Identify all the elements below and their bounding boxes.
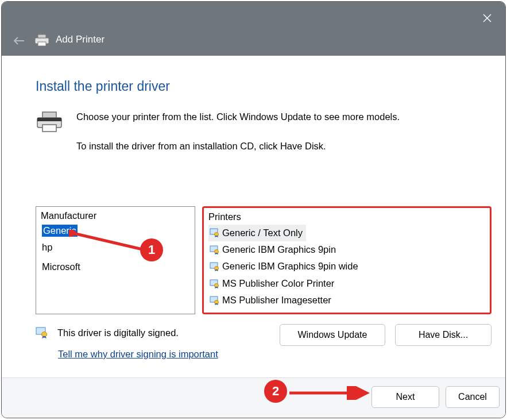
content-area: Install the printer driver Choose your p… xyxy=(2,56,505,377)
printer-item-2[interactable]: Generic IBM Graphics 9pin wide xyxy=(208,258,485,275)
certificate-icon xyxy=(210,262,220,271)
printer-icon xyxy=(34,34,50,47)
svg-rect-7 xyxy=(42,112,56,118)
window-title: Add Printer xyxy=(56,34,105,45)
close-icon xyxy=(483,14,491,22)
certificate-icon xyxy=(210,296,220,305)
printer-item-1[interactable]: Generic IBM Graphics 9pin xyxy=(208,241,485,259)
instruction-line-2: To install the driver from an installati… xyxy=(76,141,326,152)
manufacturer-header: Manufacturer xyxy=(41,209,190,224)
driver-signed-text: This driver is digitally signed. xyxy=(57,327,179,338)
title-bar: Add Printer xyxy=(2,2,505,56)
back-button[interactable] xyxy=(12,34,26,48)
driver-signed-row: This driver is digitally signed. xyxy=(36,327,179,338)
annotation-badge-1: 1 xyxy=(140,238,163,261)
certificate-icon xyxy=(210,228,220,237)
driver-signing-link[interactable]: Tell me why driver signing is important xyxy=(58,349,218,360)
certificate-icon xyxy=(210,245,220,255)
windows-update-button[interactable]: Windows Update xyxy=(280,324,385,346)
close-button[interactable] xyxy=(477,7,497,28)
cancel-button[interactable]: Cancel xyxy=(446,386,500,408)
certificate-icon xyxy=(210,279,220,288)
svg-rect-4 xyxy=(38,34,46,38)
printers-header: Printers xyxy=(208,210,485,225)
printer-icon xyxy=(36,111,63,133)
back-arrow-icon xyxy=(13,36,25,45)
printer-item-4[interactable]: MS Publisher Imagesetter xyxy=(208,292,485,309)
have-disk-button[interactable]: Have Disk... xyxy=(395,324,491,346)
svg-rect-9 xyxy=(37,118,61,121)
annotation-badge-2: 2 xyxy=(264,380,287,403)
manufacturer-list[interactable]: Manufacturer Generic hp Microsoft xyxy=(36,206,195,314)
manufacturer-item-microsoft[interactable]: Microsoft xyxy=(41,257,190,277)
manufacturer-item-hp[interactable]: hp xyxy=(41,238,190,257)
manufacturer-item-generic[interactable]: Generic xyxy=(41,224,190,238)
printers-list[interactable]: Printers Generic / Text Only Generic IBM… xyxy=(202,206,491,314)
certificate-icon xyxy=(36,327,48,338)
next-button[interactable]: Next xyxy=(371,386,439,408)
instruction-line-1: Choose your printer from the list. Click… xyxy=(76,111,400,122)
svg-rect-8 xyxy=(42,125,56,132)
printer-item-3[interactable]: MS Publisher Color Printer xyxy=(208,275,485,292)
footer-bar: Next Cancel xyxy=(2,377,505,418)
printer-item-0[interactable]: Generic / Text Only xyxy=(208,225,306,241)
svg-rect-5 xyxy=(38,42,46,46)
page-heading: Install the printer driver xyxy=(36,79,170,94)
